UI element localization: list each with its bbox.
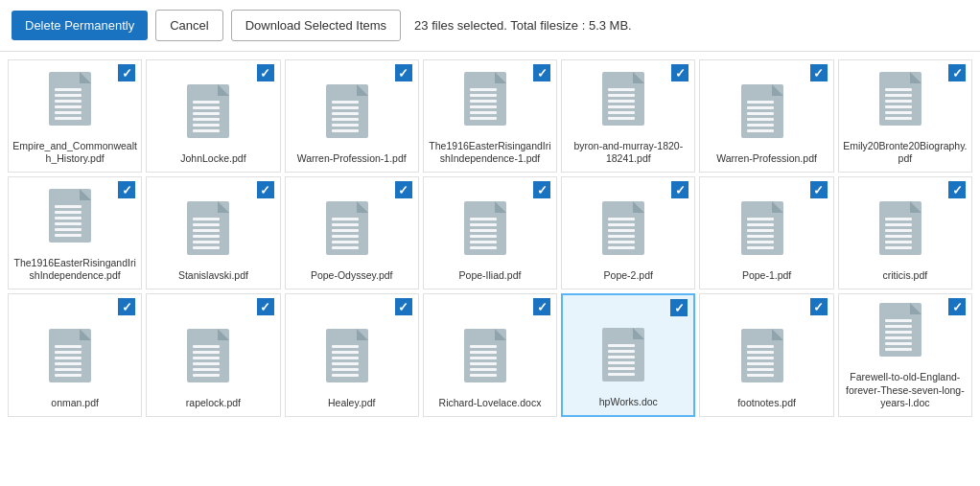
svg-rect-84 bbox=[470, 229, 497, 232]
svg-rect-138 bbox=[470, 345, 497, 348]
file-icon bbox=[323, 83, 381, 152]
file-checkbox[interactable]: ✓ bbox=[257, 298, 274, 315]
file-checkbox[interactable]: ✓ bbox=[257, 181, 274, 198]
file-name: The1916EasterRisingandIrishIndependence-… bbox=[428, 140, 552, 166]
svg-rect-36 bbox=[608, 100, 635, 103]
file-item[interactable]: ✓Pope-Odyssey.pdf bbox=[285, 176, 419, 289]
file-icon bbox=[876, 200, 934, 269]
file-item[interactable]: ✓Stanislavski.pdf bbox=[146, 176, 280, 289]
file-item[interactable]: ✓rapelock.pdf bbox=[146, 293, 280, 417]
svg-rect-10 bbox=[193, 101, 220, 104]
file-item[interactable]: ✓criticis.pdf bbox=[838, 176, 972, 289]
file-checkbox[interactable]: ✓ bbox=[533, 181, 550, 198]
svg-rect-133 bbox=[332, 362, 359, 365]
svg-rect-118 bbox=[55, 368, 82, 371]
file-name: hpWorks.doc bbox=[599, 396, 658, 409]
file-item[interactable]: ✓Farewell-to-old-England-forever-These-s… bbox=[838, 293, 972, 417]
file-item[interactable]: ✓JohnLocke.pdf bbox=[146, 59, 280, 173]
svg-rect-27 bbox=[470, 94, 497, 97]
svg-rect-67 bbox=[193, 223, 220, 226]
delete-permanently-button[interactable]: Delete Permanently bbox=[12, 11, 148, 40]
file-item[interactable]: ✓Warren-Profession.pdf bbox=[699, 59, 833, 173]
svg-rect-117 bbox=[55, 362, 82, 365]
file-checkbox[interactable]: ✓ bbox=[671, 64, 688, 81]
file-item[interactable]: ✓byron-and-murray-1820-18241.pdf bbox=[561, 59, 695, 173]
file-checkbox[interactable]: ✓ bbox=[395, 181, 412, 198]
file-item[interactable]: ✓onman.pdf bbox=[8, 293, 142, 417]
file-checkbox[interactable]: ✓ bbox=[395, 298, 412, 315]
file-item[interactable]: ✓Healey.pdf bbox=[285, 293, 419, 417]
file-item[interactable]: ✓Richard-Lovelace.docx bbox=[423, 293, 557, 417]
file-name: Healey.pdf bbox=[328, 397, 375, 410]
svg-rect-85 bbox=[470, 235, 497, 238]
svg-rect-165 bbox=[885, 336, 912, 339]
file-item[interactable]: ✓Pope-1.pdf bbox=[699, 176, 833, 289]
svg-rect-39 bbox=[608, 117, 635, 120]
file-name: Richard-Lovelace.docx bbox=[439, 397, 542, 410]
file-item[interactable]: ✓The1916EasterRisingandIrishIndependence… bbox=[423, 59, 557, 173]
svg-rect-163 bbox=[885, 325, 912, 328]
file-checkbox[interactable]: ✓ bbox=[257, 64, 274, 81]
file-name: criticis.pdf bbox=[883, 269, 928, 283]
file-item[interactable]: ✓The1916EasterRisingandIrishIndependence… bbox=[8, 176, 142, 289]
file-checkbox[interactable]: ✓ bbox=[948, 181, 966, 198]
file-icon bbox=[323, 328, 381, 397]
file-icon bbox=[184, 328, 242, 397]
svg-rect-93 bbox=[608, 235, 635, 238]
svg-rect-11 bbox=[193, 106, 220, 109]
file-item[interactable]: ✓Pope-Iliad.pdf bbox=[423, 176, 557, 289]
svg-rect-139 bbox=[470, 351, 497, 354]
file-checkbox[interactable]: ✓ bbox=[118, 64, 135, 81]
svg-rect-114 bbox=[55, 345, 82, 348]
svg-rect-37 bbox=[608, 105, 635, 108]
svg-rect-132 bbox=[332, 357, 359, 359]
file-checkbox[interactable]: ✓ bbox=[810, 298, 828, 315]
svg-rect-126 bbox=[193, 368, 220, 371]
svg-rect-21 bbox=[332, 118, 359, 121]
file-item[interactable]: ✓Pope-2.pdf bbox=[561, 176, 695, 289]
svg-rect-147 bbox=[608, 350, 635, 353]
file-item[interactable]: ✓footnotes.pdf bbox=[699, 293, 833, 417]
file-checkbox[interactable]: ✓ bbox=[118, 181, 135, 198]
svg-rect-75 bbox=[332, 223, 359, 226]
file-checkbox[interactable]: ✓ bbox=[810, 64, 828, 81]
svg-rect-86 bbox=[470, 241, 497, 243]
download-selected-button[interactable]: Download Selected Items bbox=[231, 10, 401, 41]
svg-rect-166 bbox=[885, 342, 912, 345]
svg-rect-38 bbox=[608, 111, 635, 114]
file-checkbox[interactable]: ✓ bbox=[948, 298, 966, 315]
svg-rect-87 bbox=[470, 246, 497, 249]
svg-rect-5 bbox=[55, 105, 82, 108]
file-item[interactable]: ✓Emily20Bronte20Biography.pdf bbox=[838, 59, 972, 173]
file-checkbox[interactable]: ✓ bbox=[533, 64, 550, 81]
svg-rect-59 bbox=[55, 211, 82, 214]
file-item[interactable]: ✓Warren-Profession-1.pdf bbox=[285, 59, 419, 173]
file-checkbox[interactable]: ✓ bbox=[671, 181, 688, 198]
file-checkbox[interactable]: ✓ bbox=[533, 298, 550, 315]
file-checkbox[interactable]: ✓ bbox=[948, 64, 966, 81]
file-checkbox[interactable]: ✓ bbox=[670, 299, 688, 316]
svg-rect-141 bbox=[470, 362, 497, 365]
file-icon bbox=[46, 71, 104, 140]
file-name: Farewell-to-old-England-forever-These-se… bbox=[843, 371, 968, 410]
cancel-button[interactable]: Cancel bbox=[155, 10, 222, 41]
svg-rect-23 bbox=[332, 129, 359, 132]
svg-rect-82 bbox=[470, 218, 497, 220]
svg-rect-95 bbox=[608, 246, 635, 249]
svg-rect-140 bbox=[470, 357, 497, 359]
svg-rect-142 bbox=[470, 368, 497, 371]
file-icon bbox=[738, 200, 796, 269]
file-checkbox[interactable]: ✓ bbox=[395, 64, 412, 81]
file-icon bbox=[876, 71, 934, 140]
file-item[interactable]: ✓Empire_and_Commonwealth_History.pdf bbox=[8, 59, 142, 173]
toolbar: Delete Permanently Cancel Download Selec… bbox=[0, 0, 980, 52]
file-item[interactable]: ✓hpWorks.doc bbox=[561, 293, 695, 417]
svg-rect-30 bbox=[470, 111, 497, 114]
file-checkbox[interactable]: ✓ bbox=[118, 298, 135, 315]
svg-rect-116 bbox=[55, 357, 82, 359]
file-icon bbox=[599, 71, 657, 140]
svg-rect-102 bbox=[747, 241, 774, 243]
file-checkbox[interactable]: ✓ bbox=[810, 181, 828, 198]
svg-rect-69 bbox=[193, 235, 220, 238]
svg-rect-60 bbox=[55, 217, 82, 220]
